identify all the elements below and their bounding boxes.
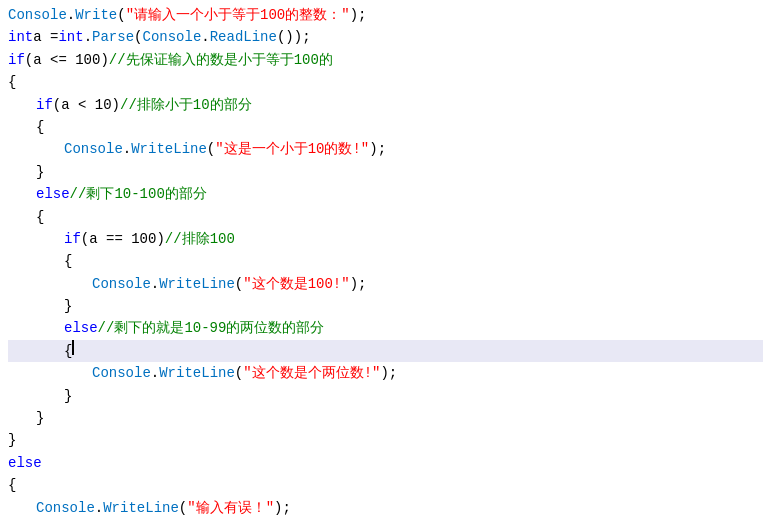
code-line: Console.WriteLine("输入有误！"); <box>8 497 763 517</box>
code-token: else <box>8 452 42 474</box>
code-token: if <box>36 94 53 116</box>
code-token: { <box>64 250 72 272</box>
code-line: Console.WriteLine("这个数是个两位数!"); <box>8 362 763 384</box>
code-line: { <box>8 71 763 93</box>
code-line: } <box>8 385 763 407</box>
code-token: ); <box>380 362 397 384</box>
code-token: WriteLine <box>159 362 235 384</box>
code-line: { <box>8 340 763 362</box>
code-line: if (a <= 100) //先保证输入的数是小于等于100的 <box>8 49 763 71</box>
code-token: . <box>151 273 159 295</box>
code-line: } <box>8 295 763 317</box>
code-token: (a < 10) <box>53 94 120 116</box>
code-line: } <box>8 407 763 429</box>
code-token: . <box>151 362 159 384</box>
code-token: ); <box>350 4 367 26</box>
code-token: int <box>8 26 33 48</box>
code-token: //排除小于10的部分 <box>120 94 252 116</box>
code-token: } <box>64 295 72 317</box>
code-line: else //剩下的就是10-99的两位数的部分 <box>8 317 763 339</box>
text-cursor <box>72 340 74 355</box>
code-token: } <box>36 161 44 183</box>
code-line: } <box>8 429 763 451</box>
code-line: { <box>8 250 763 272</box>
code-line: { <box>8 116 763 138</box>
code-token: ); <box>350 273 367 295</box>
code-token: if <box>64 228 81 250</box>
code-token: ( <box>207 138 215 160</box>
code-token: "这是一个小于10的数!" <box>215 138 369 160</box>
code-token: } <box>64 385 72 407</box>
code-line: if (a == 100) //排除100 <box>8 228 763 250</box>
code-token: WriteLine <box>103 497 179 517</box>
code-content: Console.Write("请输入一个小于等于100的整数：");int a … <box>0 0 763 517</box>
code-token: //排除100 <box>165 228 235 250</box>
code-token: . <box>67 4 75 26</box>
code-token: if <box>8 49 25 71</box>
code-line: else //剩下10-100的部分 <box>8 183 763 205</box>
code-line: if (a < 10) //排除小于10的部分 <box>8 94 763 116</box>
code-token: ( <box>117 4 125 26</box>
code-line: Console.WriteLine("这是一个小于10的数!"); <box>8 138 763 160</box>
code-token: ( <box>235 273 243 295</box>
code-token: . <box>95 497 103 517</box>
code-token: Write <box>75 4 117 26</box>
code-token: { <box>36 206 44 228</box>
code-token: Console <box>64 138 123 160</box>
code-token: Console <box>142 26 201 48</box>
code-token: WriteLine <box>131 138 207 160</box>
code-line: int a = int.Parse(Console.ReadLine()); <box>8 26 763 48</box>
code-token: ( <box>134 26 142 48</box>
code-token: Console <box>8 4 67 26</box>
code-token: { <box>36 116 44 138</box>
code-token: Parse <box>92 26 134 48</box>
code-token: . <box>201 26 209 48</box>
code-token: WriteLine <box>159 273 235 295</box>
code-token: ); <box>274 497 291 517</box>
code-token: (a <= 100) <box>25 49 109 71</box>
code-token: else <box>36 183 70 205</box>
code-token: Console <box>36 497 95 517</box>
code-token: } <box>8 429 16 451</box>
code-line: Console.WriteLine("这个数是100!"); <box>8 273 763 295</box>
code-token: int <box>58 26 83 48</box>
code-editor[interactable]: Console.Write("请输入一个小于等于100的整数：");int a … <box>0 0 763 517</box>
code-line: { <box>8 206 763 228</box>
code-token: ()); <box>277 26 311 48</box>
code-token: ( <box>179 497 187 517</box>
code-token: . <box>123 138 131 160</box>
code-token: a = <box>33 26 58 48</box>
code-token: . <box>84 26 92 48</box>
code-token: } <box>36 407 44 429</box>
code-token: "请输入一个小于等于100的整数：" <box>126 4 350 26</box>
code-token: //剩下10-100的部分 <box>70 183 207 205</box>
code-line: { <box>8 474 763 496</box>
code-token: "输入有误！" <box>187 497 274 517</box>
code-token: (a == 100) <box>81 228 165 250</box>
code-token: { <box>64 340 72 362</box>
code-token: { <box>8 474 16 496</box>
code-token: ); <box>369 138 386 160</box>
code-token: Console <box>92 362 151 384</box>
code-line: else <box>8 452 763 474</box>
code-token: "这个数是100!" <box>243 273 349 295</box>
code-token: "这个数是个两位数!" <box>243 362 380 384</box>
code-token: Console <box>92 273 151 295</box>
code-line: } <box>8 161 763 183</box>
code-token: //剩下的就是10-99的两位数的部分 <box>98 317 325 339</box>
code-line: Console.Write("请输入一个小于等于100的整数："); <box>8 4 763 26</box>
code-token: ReadLine <box>210 26 277 48</box>
code-token: ( <box>235 362 243 384</box>
code-token: else <box>64 317 98 339</box>
code-token: { <box>8 71 16 93</box>
code-token: //先保证输入的数是小于等于100的 <box>109 49 333 71</box>
